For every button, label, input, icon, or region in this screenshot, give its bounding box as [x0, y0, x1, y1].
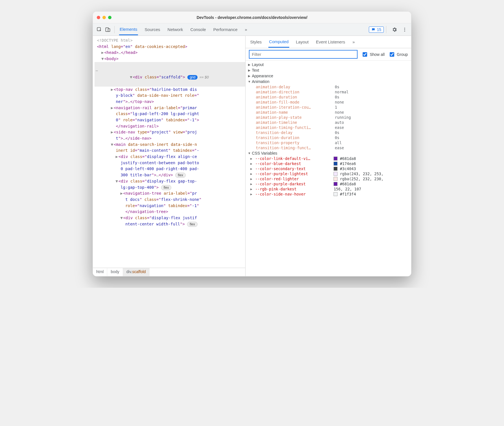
- gutter-ellipsis-icon[interactable]: ⋯: [96, 68, 98, 74]
- layout-badge-flex[interactable]: flex: [175, 173, 186, 178]
- expand-icon[interactable]: ▶: [249, 162, 253, 166]
- dom-node[interactable]: ▶<div class="display-flex align-ce: [95, 154, 245, 160]
- expand-icon[interactable]: ▶: [249, 182, 253, 186]
- tab-sources[interactable]: Sources: [144, 24, 161, 35]
- toolbar-divider: [386, 26, 386, 33]
- expand-icon[interactable]: ▶: [249, 172, 253, 176]
- variable-name: --color-link-default-vi…: [255, 156, 331, 161]
- computed-property-row[interactable]: animation-directionnormal: [246, 89, 411, 95]
- property-name: animation-play-state: [256, 115, 335, 120]
- color-swatch[interactable]: [334, 162, 338, 166]
- dom-node[interactable]: <html lang="en" data-cookies-accepted>: [95, 44, 245, 50]
- color-swatch[interactable]: [334, 167, 338, 171]
- group-checkbox[interactable]: Group: [389, 51, 408, 58]
- computed-property-row[interactable]: animation-timelineauto: [246, 120, 411, 125]
- computed-property-row[interactable]: animation-fill-modenone: [246, 100, 411, 105]
- css-variable-row[interactable]: ▶--color-purple-darkest#681da8: [246, 181, 411, 186]
- tab-elements[interactable]: Elements: [119, 24, 138, 35]
- group-text[interactable]: ▶Text: [246, 67, 411, 73]
- css-variable-row[interactable]: ▶--color-red-lighterrgba(252, 232, 230,: [246, 176, 411, 181]
- tab-console[interactable]: Console: [190, 24, 207, 35]
- expand-icon[interactable]: ▶: [249, 187, 253, 191]
- css-variable-row[interactable]: ▶--color-purple-lightestrgba(243, 232, 2…: [246, 171, 411, 176]
- variable-name: --color-purple-darkest: [255, 182, 331, 186]
- computed-property-row[interactable]: animation-iteration-cou…1: [246, 105, 411, 110]
- computed-property-row[interactable]: animation-namenone: [246, 110, 411, 115]
- breadcrumb-item-current[interactable]: div.scaffold: [123, 268, 150, 276]
- color-swatch[interactable]: [334, 192, 338, 196]
- zoom-window-button[interactable]: [108, 16, 111, 19]
- css-variable-row[interactable]: ▶--rgb-pink-darkest156, 22, 107: [246, 186, 411, 192]
- issues-count: 15: [377, 27, 381, 32]
- color-swatch[interactable]: [334, 177, 338, 181]
- computed-property-row[interactable]: animation-delay0s: [246, 84, 411, 89]
- dom-node[interactable]: ▶<navigation-tree aria-label="pr: [95, 190, 245, 197]
- close-window-button[interactable]: [97, 16, 100, 19]
- layout-badge-grid[interactable]: grid: [187, 75, 198, 80]
- dom-tree[interactable]: <!DOCTYPE html> <html lang="en" data-coo…: [93, 36, 245, 268]
- breadcrumb-item[interactable]: body: [107, 268, 123, 276]
- property-name: transition-duration: [256, 135, 335, 140]
- subtab-computed[interactable]: Computed: [268, 36, 289, 48]
- computed-property-row[interactable]: animation-timing-functi…ease: [246, 125, 411, 130]
- variable-name: --rgb-pink-darkest: [255, 187, 331, 191]
- color-swatch[interactable]: [334, 172, 338, 176]
- subtab-layout[interactable]: Layout: [295, 37, 309, 47]
- minimize-window-button[interactable]: [102, 16, 106, 19]
- color-swatch[interactable]: [334, 157, 338, 161]
- group-layout[interactable]: ▶Layout: [246, 62, 411, 67]
- variable-value: #3c4043: [340, 166, 356, 171]
- css-variable-row[interactable]: ▶--color-blue-darkest#174ea6: [246, 161, 411, 166]
- device-toggle-icon[interactable]: [104, 25, 112, 34]
- property-value: 0s: [335, 85, 339, 89]
- expand-icon[interactable]: ▶: [249, 167, 253, 171]
- settings-gear-icon[interactable]: [390, 25, 399, 34]
- tab-network[interactable]: Network: [167, 24, 184, 35]
- variable-value: #174ea6: [340, 161, 356, 166]
- tabs-overflow-icon[interactable]: »: [244, 24, 248, 35]
- group-css-variables[interactable]: ▼CSS Variables: [246, 150, 411, 156]
- property-name: transition-property: [256, 140, 335, 145]
- subtab-styles[interactable]: Styles: [249, 37, 262, 47]
- expand-icon[interactable]: ▶: [249, 192, 253, 196]
- group-animation[interactable]: ▼Animation: [246, 79, 411, 84]
- more-menu-icon[interactable]: [400, 25, 409, 34]
- group-appearance[interactable]: ▶Appearance: [246, 73, 411, 79]
- subtabs-overflow-icon[interactable]: »: [352, 37, 355, 47]
- computed-property-row[interactable]: transition-timing-funct…ease: [246, 145, 411, 150]
- dom-node[interactable]: ▶<navigation-rail aria-label="primar: [95, 105, 245, 111]
- layout-badge-flex[interactable]: flex: [161, 185, 172, 190]
- color-swatch[interactable]: [334, 182, 338, 186]
- doctype: <!DOCTYPE html>: [97, 38, 132, 43]
- expand-icon[interactable]: ▶: [249, 157, 253, 161]
- computed-property-row[interactable]: transition-delay0s: [246, 130, 411, 135]
- show-all-checkbox[interactable]: Show all: [361, 51, 385, 58]
- expand-icon[interactable]: ▶: [249, 177, 253, 181]
- dom-node[interactable]: ▶<side-nav type="project" view="proj: [95, 129, 245, 135]
- css-variable-row[interactable]: ▶--color-secondary-text#3c4043: [246, 166, 411, 171]
- property-value: 0s: [335, 135, 339, 140]
- computed-property-row[interactable]: animation-play-staterunning: [246, 115, 411, 120]
- layout-badge-flex[interactable]: flex: [187, 222, 198, 227]
- computed-property-row[interactable]: animation-duration0s: [246, 95, 411, 100]
- dom-node[interactable]: ▼<main data-search-inert data-side-n: [95, 142, 245, 148]
- variable-value: #681da8: [340, 156, 356, 161]
- dom-node[interactable]: ▶<head>…</head>: [95, 50, 245, 56]
- dom-node[interactable]: ▼<div class="display-flex justif: [95, 215, 245, 221]
- subtab-event-listeners[interactable]: Event Listeners: [315, 37, 346, 47]
- dom-node[interactable]: ▶<top-nav class="hairline-bottom dis: [95, 87, 245, 93]
- dom-node[interactable]: ▼<body>: [95, 56, 245, 62]
- computed-property-row[interactable]: transition-propertyall: [246, 140, 411, 145]
- filter-input[interactable]: [249, 50, 358, 59]
- issues-counter[interactable]: 15: [369, 27, 384, 33]
- css-variable-row[interactable]: ▶--color-side-nav-hover#f1f3f4: [246, 192, 411, 197]
- filter-row: Show all Group: [246, 48, 411, 61]
- dom-node-selected[interactable]: ⋯ ▼<div class="scaffold"> grid== $0: [95, 62, 245, 87]
- breadcrumb-item[interactable]: html: [93, 268, 107, 276]
- tab-performance[interactable]: Performance: [213, 24, 238, 35]
- css-variable-row[interactable]: ▶--color-link-default-vi…#681da8: [246, 156, 411, 161]
- property-value: 0s: [335, 95, 339, 99]
- computed-property-row[interactable]: transition-duration0s: [246, 135, 411, 140]
- inspect-element-icon[interactable]: [95, 25, 104, 34]
- dom-node[interactable]: ▼<div class="display-flex gap-top-: [95, 178, 245, 185]
